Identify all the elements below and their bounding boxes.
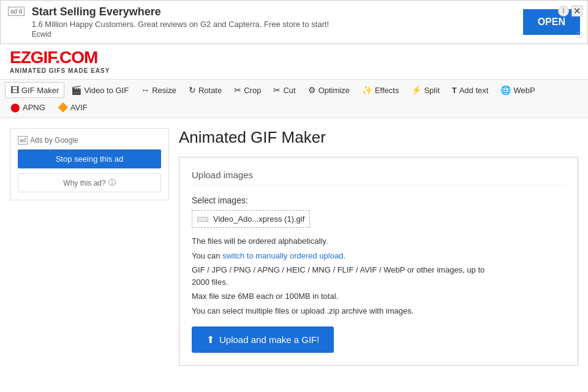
nav-item-apng[interactable]: ⬤ APNG (5, 99, 51, 115)
main-layout: ad Ads by Google Stop seeing this ad Why… (0, 118, 588, 375)
logo[interactable]: EZGIF.COM (10, 49, 110, 66)
info-line6: You can select multiple files or upload … (192, 305, 565, 317)
file-input-row: Video_Ado...xpress (1).gif (192, 210, 565, 228)
resize-icon: ↔ (141, 85, 149, 95)
nav-item-split[interactable]: ⚡ Split (405, 82, 445, 98)
manual-order-link[interactable]: switch to manually ordered upload (222, 251, 343, 260)
add-text-icon: T (452, 86, 457, 95)
ads-by-label: Ads by Google (30, 136, 78, 145)
ad-title: Start Selling Everywhere (32, 6, 330, 18)
ad-description: 1.6 Million Happy Customers. Great revie… (32, 20, 330, 29)
cut-icon: ✂ (273, 85, 281, 95)
nav-item-cut[interactable]: ✂ Cut (268, 82, 301, 98)
upload-button[interactable]: ⬆ Upload and make a GIF! (192, 326, 334, 353)
why-ad-text: Why this ad? (63, 179, 105, 187)
webp-icon: 🌐 (500, 85, 511, 95)
nav-item-add-text[interactable]: T Add text (447, 83, 494, 98)
video-to-gif-icon: 🎬 (71, 85, 81, 95)
ad-controls: i ✕ (558, 6, 582, 17)
nav-item-rotate[interactable]: ↻ Rotate (183, 82, 227, 98)
nav-label-webp: WebP (513, 86, 535, 95)
upload-section-title: Upload images (192, 170, 565, 186)
ad-close-icon[interactable]: ✕ (571, 6, 582, 17)
rotate-icon: ↻ (189, 85, 196, 95)
gif-maker-icon: 🎞 (10, 85, 19, 95)
nav-label-optimize: Optimize (318, 86, 350, 95)
file-input-box: Video_Ado...xpress (1).gif (192, 210, 310, 228)
apng-icon: ⬤ (10, 102, 20, 112)
ad-banner: ad d Start Selling Everywhere 1.6 Millio… (0, 0, 588, 44)
split-icon: ⚡ (411, 85, 421, 95)
nav-bar: 🎞 GIF Maker 🎬 Video to GIF ↔ Resize ↻ Ro… (0, 79, 588, 118)
upload-button-label: Upload and make a GIF! (219, 334, 319, 345)
effects-icon: ✨ (362, 85, 372, 95)
info-line1: The files will be ordered alphabetically… (192, 235, 565, 247)
nav-label-split: Split (424, 86, 439, 95)
select-label: Select images: (192, 195, 565, 205)
nav-label-avif: AVIF (70, 103, 88, 112)
nav-item-resize[interactable]: ↔ Resize (135, 82, 182, 98)
nav-label-effects: Effects (375, 86, 399, 95)
nav-label-cut: Cut (283, 86, 295, 95)
why-ad-info-icon: ⓘ (108, 178, 116, 188)
upload-icon: ⬆ (206, 334, 214, 345)
ad-info-icon[interactable]: i (558, 6, 569, 17)
nav-item-crop[interactable]: ✂ Crop (228, 82, 266, 98)
logo-tagline: ANIMATED GIFS MADE EASY (10, 67, 110, 74)
upload-box: Upload images Select images: Video_Ado..… (179, 157, 578, 366)
avif-icon: 🔶 (58, 102, 68, 112)
nav-label-video-to-gif: Video to GIF (84, 86, 129, 95)
nav-item-optimize[interactable]: ⚙ Optimize (303, 82, 355, 98)
nav-item-webp[interactable]: 🌐 WebP (495, 82, 540, 98)
ad-label-text: ad (10, 8, 17, 15)
logo-bar: EZGIF.COM ANIMATED GIFS MADE EASY (0, 44, 588, 79)
file-name-display: Video_Ado...xpress (1).gif (213, 214, 304, 224)
logo-brand: EZGIF (10, 48, 55, 67)
sidebar-ad-label: ad Ads by Google (18, 136, 161, 145)
ad-info-bottom[interactable]: ⓘ (576, 31, 582, 40)
crop-icon: ✂ (234, 85, 241, 95)
stop-seeing-ad-button[interactable]: Stop seeing this ad (18, 149, 161, 168)
file-browse-button[interactable] (197, 217, 208, 222)
optimize-icon: ⚙ (308, 85, 316, 95)
info-suffix: . (343, 251, 345, 260)
sidebar-ad-tag: ad (18, 136, 28, 145)
ad-label: ad d (8, 7, 24, 16)
page-title: Animated GIF Maker (179, 128, 578, 147)
nav-item-gif-maker[interactable]: 🎞 GIF Maker (5, 82, 64, 98)
nav-label-rotate: Rotate (198, 86, 222, 95)
info-line3: GIF / JPG / PNG / APNG / HEIC / MNG / FL… (192, 264, 565, 288)
nav-label-apng: APNG (23, 103, 45, 112)
nav-label-gif-maker: GIF Maker (21, 86, 59, 95)
main-content: Animated GIF Maker Upload images Select … (179, 128, 578, 366)
logo-suffix: .COM (55, 48, 97, 67)
info-prefix: You can (192, 251, 222, 260)
why-this-ad-link[interactable]: Why this ad? ⓘ (18, 173, 161, 192)
nav-item-avif[interactable]: 🔶 AVIF (52, 99, 93, 115)
info-line5: Max file size 6MB each or 100MB in total… (192, 290, 565, 303)
nav-item-video-to-gif[interactable]: 🎬 Video to GIF (66, 82, 134, 98)
info-line2: You can switch to manually ordered uploa… (192, 250, 565, 262)
ad-label2: d (18, 8, 22, 15)
nav-label-resize: Resize (152, 86, 176, 95)
nav-label-crop: Crop (244, 86, 261, 95)
sidebar-ad: ad Ads by Google Stop seeing this ad Why… (10, 128, 169, 200)
nav-label-add-text: Add text (459, 86, 489, 95)
ad-source: Ecwid (32, 30, 330, 39)
nav-item-effects[interactable]: ✨ Effects (356, 82, 405, 98)
